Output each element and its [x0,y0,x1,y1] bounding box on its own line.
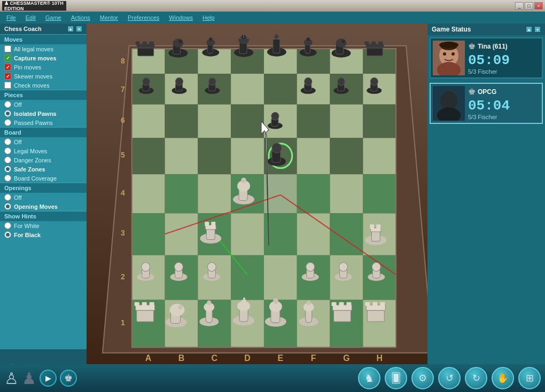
radio-pieces-off[interactable] [4,101,11,108]
svg-rect-13 [231,74,264,105]
option-passed[interactable]: Passed Pawns [0,118,87,127]
player2-info: ♚ OPCG 05:04 5/3 Fischer [468,87,540,120]
player2-rating: 5/3 Fischer [468,114,540,120]
toolbar-btn-redo[interactable]: ↻ [465,367,487,389]
option-safe-zones[interactable]: Safe Zones [0,164,87,174]
svg-point-144 [370,77,378,85]
option-board-coverage[interactable]: Board Coverage [0,174,87,183]
svg-text:D: D [244,353,251,363]
option-for-white[interactable]: For White [0,221,87,230]
option-for-black[interactable]: For Black [0,230,87,239]
svg-rect-40 [297,174,330,213]
checkbox-check[interactable] [4,82,11,89]
chess-coach-close[interactable]: × [76,26,82,32]
svg-text:H: H [377,353,383,363]
chess-coach-header: Chess Coach ▲ × [0,23,87,34]
radio-isolated[interactable] [4,110,11,117]
option-check[interactable]: Check moves [0,81,87,90]
menu-edit[interactable]: Edit [21,13,40,22]
option-capture[interactable]: Capture moves [0,53,87,62]
checkbox-all-legal[interactable] [4,45,11,52]
player1-time: 05:09 [468,53,540,67]
undo-icon: ↺ [446,372,454,384]
svg-point-118 [342,40,345,43]
radio-safe-zones[interactable] [4,166,11,173]
svg-rect-39 [264,174,297,213]
toolbar-play-button[interactable]: ▶ [40,370,57,387]
minimize-button[interactable]: _ [515,2,524,10]
option-all-legal[interactable]: All legal moves [0,44,87,53]
option-openings-off[interactable]: Off [0,193,87,202]
toolbar-btn-knight[interactable]: ♞ [358,367,380,389]
option-skewer[interactable]: Skewer moves [0,72,87,81]
svg-rect-178 [346,302,351,306]
toolbar-btn-undo[interactable]: ↺ [438,367,461,389]
svg-rect-209 [205,222,209,226]
radio-board-coverage[interactable] [4,175,11,182]
toolbar-btn-gear[interactable]: ⚙ [411,367,434,389]
svg-rect-176 [332,302,337,306]
toolbar-btn-hand[interactable]: ✋ [492,367,514,389]
checkbox-capture[interactable] [4,54,11,61]
svg-point-155 [170,304,185,316]
player1-name: Tina (611) [478,43,508,50]
chess-coach-controls: ▲ × [67,26,82,32]
svg-rect-47 [264,213,297,255]
radio-passed[interactable] [4,119,11,126]
radio-for-white[interactable] [4,222,11,229]
close-button[interactable]: × [534,2,543,10]
game-status-close[interactable]: × [534,26,541,33]
svg-rect-54 [231,255,264,300]
radio-board-off[interactable] [4,138,11,145]
game-status-panel: Game Status ▲ × [427,23,545,392]
checkbox-pin[interactable] [4,64,11,70]
option-opening-moves[interactable]: Opening Moves [0,202,87,211]
menu-file[interactable]: File [2,13,20,22]
section-board: Board [0,127,87,137]
toolbar-king-button[interactable]: ♚ [60,370,77,387]
menu-preferences[interactable]: Preferences [123,13,164,22]
maximize-button[interactable]: □ [525,2,533,10]
player2-silhouette [433,86,465,121]
svg-rect-181 [365,302,370,306]
radio-for-black[interactable] [4,231,11,238]
svg-rect-20 [198,105,231,138]
chess-coach-minimize[interactable]: ▲ [67,26,74,32]
menu-bar: File Edit Game Actions Mentor Preference… [0,12,545,23]
radio-opening-moves[interactable] [4,203,11,210]
svg-rect-35 [132,174,165,213]
svg-rect-121 [364,41,369,44]
radio-openings-off[interactable] [4,194,11,201]
player1-photo [433,41,465,75]
svg-rect-110 [276,34,277,39]
svg-rect-108 [273,39,280,53]
menu-game[interactable]: Game [41,13,66,22]
option-board-off[interactable]: Off [0,137,87,146]
toolbar-btn-grid[interactable]: ⊞ [518,367,541,389]
svg-point-202 [339,262,348,271]
toolbar-btn-cards[interactable]: 🂠 [385,367,407,389]
game-status-minimize[interactable]: ▲ [526,26,532,33]
option-pieces-off[interactable]: Off [0,100,87,109]
svg-rect-23 [297,105,330,138]
checkbox-skewer[interactable] [4,73,11,80]
menu-mentor[interactable]: Mentor [96,13,122,22]
label-pin: Pin moves [14,64,41,70]
chess-coach-title: Chess Coach [4,26,42,32]
svg-text:7: 7 [121,84,125,93]
app-title-text: ♟ CHESSMASTER® 10TH EDITION [4,1,64,11]
option-pin[interactable]: Pin moves [0,62,87,72]
menu-windows[interactable]: Windows [165,13,197,22]
chess-board-area[interactable]: A B C D E F G H 8 7 6 5 4 3 2 1 [87,23,427,392]
section-openings: Openings [0,183,87,193]
player2-name: OPCG [478,88,496,96]
menu-actions[interactable]: Actions [67,13,95,22]
option-isolated[interactable]: Isolated Pawns [0,109,87,118]
svg-text:3: 3 [121,229,125,237]
radio-legal-moves[interactable] [4,147,11,154]
option-danger-zones[interactable]: Danger Zones [0,155,87,164]
menu-help[interactable]: Help [198,13,219,22]
radio-danger-zones[interactable] [4,156,11,163]
svg-rect-123 [378,41,383,44]
option-legal-moves[interactable]: Legal Moves [0,146,87,155]
